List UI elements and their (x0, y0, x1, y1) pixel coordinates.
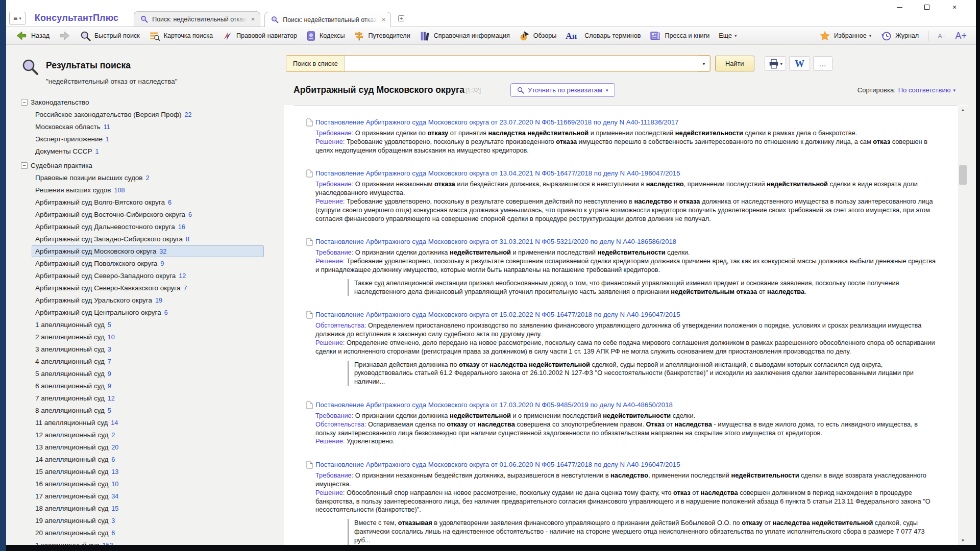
tree-item[interactable]: 7 апелляционный суд12 (32, 392, 264, 404)
search-card-icon (149, 31, 160, 41)
reviews-button[interactable]: Обзоры (515, 28, 560, 43)
more-button[interactable]: Еще▾ (715, 28, 741, 43)
tab-search-1[interactable]: Поиск: недействительный отказ от н × (134, 11, 260, 27)
tree-item[interactable]: Арбитражный суд Уральского округа19 (32, 294, 264, 306)
tree-item[interactable]: 17 апелляционный суд34 (32, 490, 264, 502)
tree-item[interactable]: 5 апелляционный суд9 (32, 368, 264, 380)
tree-item[interactable]: Документы СССР1 (32, 145, 264, 157)
sort-value-dropdown[interactable]: По соответствию▾ (898, 86, 955, 94)
tree-item[interactable]: Арбитражный суд Северо-Кавказского округ… (32, 282, 264, 294)
collapse-icon[interactable]: − (21, 162, 28, 169)
back-button[interactable]: Назад (11, 28, 54, 43)
find-button[interactable]: Найти (715, 56, 754, 71)
close-button[interactable]: × (947, 2, 962, 12)
tree-item-label: 3 апелляционный суд (35, 345, 105, 353)
result-item: Постановление Арбитражного суда Московск… (315, 168, 939, 223)
maximize-button[interactable] (920, 2, 934, 12)
search-results-sidebar: Результаты поиска "недействительный отка… (6, 45, 284, 545)
quick-search-button[interactable]: Быстрый поиск (76, 28, 144, 43)
result-title-link[interactable]: Постановление Арбитражного суда Московск… (315, 117, 939, 127)
codes-button[interactable]: Кодексы (302, 28, 349, 43)
font-increase-button[interactable]: A+ (951, 28, 971, 43)
vertical-scrollbar[interactable]: ▲ ▼ (958, 106, 968, 545)
result-field: Требование: О признании сделки должника … (315, 412, 939, 420)
tree-item[interactable]: Московская область11 (32, 121, 264, 133)
tree-item[interactable]: Арбитражный суд Восточно-Сибирского окру… (32, 209, 264, 220)
tree-item[interactable]: Арбитражный суд Московского округа32 (32, 245, 264, 257)
tree-item[interactable]: Арбитражный суд Дальневосточного округа1… (32, 221, 264, 233)
tree-item[interactable]: 1 апелляционный суд5 (32, 319, 264, 331)
tree-item-label: Арбитражный суд Поволжского округа (35, 260, 157, 267)
search-history-dropdown-button[interactable]: ▾ (698, 56, 710, 71)
tree-item[interactable]: Решения высших судов108 (32, 184, 264, 196)
tree-item-label: 19 апелляционный суд (35, 517, 108, 524)
main-menu-button[interactable]: ≡▾ (9, 12, 26, 25)
result-title-link[interactable]: Постановление Арбитражного суда Московск… (315, 237, 939, 246)
more-actions-button[interactable]: … (813, 56, 832, 71)
tree-item[interactable]: Арбитражный суд Волго-Вятского округа6 (32, 196, 264, 208)
tree-item[interactable]: Эксперт-приложение1 (32, 133, 264, 145)
result-title-link[interactable]: Постановление Арбитражного суда Московск… (315, 168, 939, 178)
tab-close-icon[interactable]: × (382, 16, 386, 23)
tree-item[interactable]: 8 апелляционный суд5 (32, 405, 264, 416)
tree-item[interactable]: Арбитражный суд Западно-Сибирского округ… (32, 233, 264, 245)
tree-item[interactable]: Российское законодательство (Версия Проф… (32, 109, 264, 120)
scroll-down-button[interactable]: ▼ (958, 536, 968, 545)
search-card-button[interactable]: Карточка поиска (145, 28, 217, 43)
tree-item-label: Арбитражный суд Северо-Западного округа (35, 272, 176, 280)
result-count: 12 (108, 395, 115, 402)
result-title-link[interactable]: Постановление Арбитражного суда Московск… (315, 400, 939, 410)
print-button[interactable]: ▾ (765, 56, 787, 71)
tab-close-icon[interactable]: × (251, 15, 255, 23)
tree-item[interactable]: 16 апелляционный суд10 (32, 478, 264, 490)
forward-button[interactable] (55, 28, 75, 43)
tree-item[interactable]: Арбитражный суд Поволжского округа9 (32, 258, 264, 269)
result-count: 22 (185, 111, 192, 118)
export-to-word-button[interactable]: W (789, 56, 810, 71)
list-search-input[interactable] (345, 56, 698, 71)
toolbar-right-group: Избранное▾ Журнал A− A+ (815, 28, 971, 43)
new-tab-button[interactable]: + (395, 13, 407, 23)
tree-item[interactable]: 14 апелляционный суд6 (32, 454, 264, 465)
result-count: 6 (168, 199, 172, 206)
app-window: × ≡▾ КонсультантПлюс Поиск: недействител… (6, 0, 976, 545)
tree-item[interactable]: 19 апелляционный суд3 (32, 515, 264, 527)
guides-button[interactable]: Путеводители (350, 28, 414, 43)
tree-item[interactable]: Арбитражный суд Центрального округа6 (32, 307, 264, 318)
tree-item[interactable]: Арбитражный суд Северо-Западного округа1… (32, 270, 264, 282)
glossary-button[interactable]: Ая Словарь терминов (561, 28, 645, 43)
tree-item[interactable]: 3 апелляционный суд3 (32, 343, 264, 355)
press-books-button[interactable]: Пресса и книги (646, 28, 714, 43)
tree-group-item[interactable]: −Законодательство (17, 96, 264, 108)
favorites-button[interactable]: Избранное▾ (815, 28, 875, 43)
refine-by-attributes-button[interactable]: Уточнить по реквизитам ▾ (510, 83, 615, 97)
result-title-link[interactable]: Постановление Арбитражного суда Московск… (315, 310, 939, 319)
collapse-icon[interactable]: − (21, 99, 28, 106)
tree-item[interactable]: 20 апелляционный суд6 (32, 527, 264, 539)
tree-item[interactable]: 2 апелляционный суд10 (32, 331, 264, 343)
result-count: 3 (108, 346, 111, 353)
journal-button[interactable]: Журнал (876, 28, 923, 43)
scroll-up-button[interactable]: ▲ (958, 106, 968, 114)
tree-group-item[interactable]: −Судебная практика (17, 160, 264, 171)
tree-item[interactable]: 15 апелляционный суд13 (32, 466, 264, 478)
tree-item[interactable]: 11 апелляционный суд14 (32, 417, 264, 429)
legal-navigator-button[interactable]: Правовой навигатор (218, 28, 301, 43)
reference-info-button[interactable]: Справочная информация (415, 28, 514, 43)
tree-item[interactable]: Правовые позиции высших судов2 (32, 172, 264, 184)
search-results-tree: −ЗаконодательствоРоссийское законодатель… (6, 96, 284, 545)
result-count: 9 (108, 370, 111, 378)
result-title-link[interactable]: Постановление Арбитражного суда Московск… (315, 460, 939, 469)
tree-item[interactable]: 1 кассационный суд153 (32, 539, 264, 545)
tree-item[interactable]: 13 апелляционный суд20 (32, 441, 264, 453)
result-count: 9 (108, 383, 111, 390)
font-decrease-button[interactable]: A− (934, 28, 950, 43)
tree-item[interactable]: 12 апелляционный суд2 (32, 429, 264, 441)
tree-item[interactable]: 4 апелляционный суд7 (32, 356, 264, 367)
scrollbar-track[interactable] (958, 114, 968, 536)
scrollbar-thumb[interactable] (959, 165, 967, 185)
minimize-button[interactable] (892, 2, 906, 12)
tree-item[interactable]: 6 апелляционный суд9 (32, 380, 264, 392)
tree-item[interactable]: 18 апелляционный суд15 (32, 503, 264, 514)
tab-search-2[interactable]: Поиск: недействительный отказ от н × (264, 12, 391, 27)
